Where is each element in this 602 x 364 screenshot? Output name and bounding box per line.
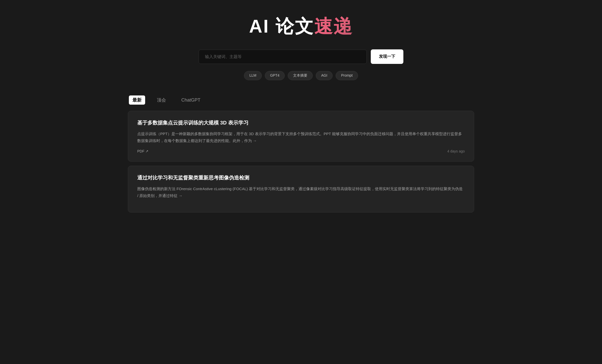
title-suffix: 速递 bbox=[314, 16, 353, 36]
tags-section: LLM GPT4 文本摘要 AGI Prompt bbox=[128, 71, 474, 80]
tag-text-summary[interactable]: 文本摘要 bbox=[288, 71, 313, 80]
paper-card-1: 基于多数据集点云提示训练的大规模 3D 表示学习 点提示训练（PPT）是一种新颖… bbox=[128, 111, 474, 162]
page-title: AI 论文速递 bbox=[128, 15, 474, 37]
paper-title-2: 通过对比学习和无监督聚类重新思考图像伪造检测 bbox=[137, 174, 465, 181]
tab-top[interactable]: 顶会 bbox=[153, 95, 170, 105]
title-prefix: AI 论文 bbox=[249, 16, 314, 36]
paper-pdf-link-1[interactable]: PDF ↗ bbox=[137, 149, 148, 153]
header: AI 论文速递 bbox=[128, 15, 474, 37]
paper-title-1: 基于多数据集点云提示训练的大规模 3D 表示学习 bbox=[137, 119, 465, 126]
filter-tabs: 最新 顶会 ChatGPT bbox=[128, 95, 474, 105]
paper-abstract-2: 图像伪造检测的新方法 FOrensic ContrAstive cLusteri… bbox=[137, 185, 465, 199]
search-section: 发现一下 bbox=[128, 49, 474, 64]
tag-agi[interactable]: AGI bbox=[316, 71, 333, 80]
paper-card-2: 通过对比学习和无监督聚类重新思考图像伪造检测 图像伪造检测的新方法 FOrens… bbox=[128, 166, 474, 213]
tag-prompt[interactable]: Prompt bbox=[336, 71, 358, 80]
paper-date-1: 4 days ago bbox=[447, 149, 465, 153]
tag-llm[interactable]: LLM bbox=[244, 71, 262, 80]
tab-latest[interactable]: 最新 bbox=[129, 95, 145, 105]
search-button[interactable]: 发现一下 bbox=[371, 49, 403, 64]
search-input[interactable] bbox=[199, 50, 367, 64]
paper-abstract-1: 点提示训练（PPT）是一种新颖的多数据集协同学习框架，用于在 3D 表示学习的背… bbox=[137, 130, 465, 144]
tag-gpt4[interactable]: GPT4 bbox=[265, 71, 285, 80]
page-container: AI 论文速递 发现一下 LLM GPT4 文本摘要 AGI Prompt 最新… bbox=[123, 0, 479, 223]
tab-chatgpt[interactable]: ChatGPT bbox=[178, 96, 204, 104]
papers-list: 基于多数据集点云提示训练的大规模 3D 表示学习 点提示训练（PPT）是一种新颖… bbox=[128, 111, 474, 213]
paper-footer-1: PDF ↗ 4 days ago bbox=[137, 149, 465, 153]
